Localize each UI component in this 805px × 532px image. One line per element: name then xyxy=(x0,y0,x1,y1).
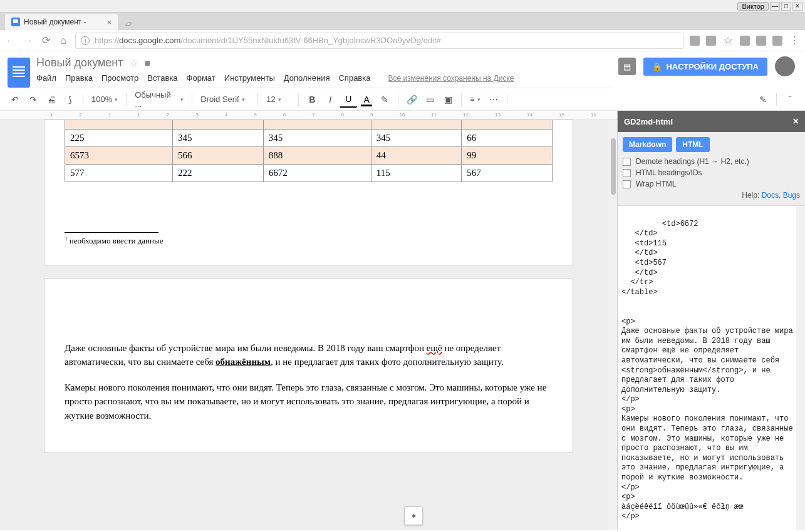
url-input[interactable]: i https://docs.google.com/document/d/1lJ… xyxy=(75,33,683,49)
new-tab-button[interactable]: ▱ xyxy=(123,18,134,29)
font-dropdown[interactable]: Droid Serif▾ xyxy=(197,91,253,108)
chrome-menu-icon[interactable]: ⋮ xyxy=(789,34,800,46)
work-area: 12112345678910111213141516 2253453453456… xyxy=(0,111,805,530)
url-prefix: https:// xyxy=(95,36,119,45)
document-viewport[interactable]: 12112345678910111213141516 2253453453456… xyxy=(0,111,617,530)
site-info-icon[interactable]: i xyxy=(81,36,90,45)
share-button[interactable]: 🔒 НАСТРОЙКИ ДОСТУПА xyxy=(643,58,767,76)
os-minimize-button[interactable]: — xyxy=(770,2,780,11)
docs-logo-icon[interactable] xyxy=(8,58,30,88)
folder-icon[interactable]: ■ xyxy=(145,58,151,69)
tab-title: Новый документ - xyxy=(24,18,86,26)
bold-icon[interactable]: B xyxy=(303,91,321,108)
comments-icon[interactable]: ▤ xyxy=(618,58,636,75)
os-user-badge: Виктор xyxy=(737,2,769,11)
menu-file[interactable]: Файл xyxy=(36,73,56,83)
bookmark-star-icon[interactable]: ☆ xyxy=(722,34,734,46)
os-maximize-button[interactable]: □ xyxy=(781,2,791,11)
sidebar-title: GD2md-html xyxy=(624,117,673,126)
addon-sidebar: GD2md-html × Markdown HTML Demote headin… xyxy=(617,111,805,530)
reload-icon[interactable]: ⟳ xyxy=(40,34,51,46)
os-title-bar: Виктор — □ × xyxy=(0,0,805,13)
share-label: НАСТРОЙКИ ДОСТУПА xyxy=(666,62,759,71)
image-icon[interactable]: ▣ xyxy=(439,91,457,108)
menu-edit[interactable]: Правка xyxy=(65,73,93,83)
output-textarea[interactable]: <td>6672 </td> <td>115 </td> <td>567 </t… xyxy=(618,205,805,530)
footnote: 1 необходимо ввести данные xyxy=(65,235,553,246)
paint-format-icon[interactable]: ⟆ xyxy=(61,91,78,108)
checkbox-label: Wrap HTML xyxy=(636,180,676,188)
undo-icon[interactable]: ↶ xyxy=(6,91,24,108)
help-bugs-link[interactable]: Bugs xyxy=(783,191,800,200)
spellcheck-word[interactable]: обнажённым xyxy=(216,357,271,367)
checkbox-headings[interactable] xyxy=(623,169,631,177)
explore-button[interactable]: ✦ xyxy=(404,506,423,525)
footnote-marker: 1 xyxy=(65,235,68,242)
extension-icon[interactable] xyxy=(690,36,700,46)
menu-help[interactable]: Справка xyxy=(338,73,370,83)
horizontal-ruler[interactable]: 12112345678910111213141516 xyxy=(0,111,617,120)
text-color-icon[interactable]: A xyxy=(358,91,375,108)
avatar[interactable] xyxy=(775,56,795,76)
align-dropdown[interactable]: ≡▾ xyxy=(466,91,484,108)
markdown-button[interactable]: Markdown xyxy=(623,137,672,152)
spellcheck-word[interactable]: ещё xyxy=(427,343,442,353)
close-icon[interactable]: × xyxy=(793,116,799,127)
extension-icon[interactable] xyxy=(772,36,782,46)
tab-close-icon[interactable]: × xyxy=(106,18,112,27)
extension-icon[interactable] xyxy=(740,36,750,46)
forward-icon[interactable]: → xyxy=(23,35,34,46)
checkbox-label: HTML headings/IDs xyxy=(636,168,702,177)
chevron-up-icon[interactable]: ˆ xyxy=(781,91,799,108)
menu-bar: Файл Правка Просмотр Вставка Формат Инст… xyxy=(36,69,612,88)
sidebar-title-bar: GD2md-html × xyxy=(618,111,805,132)
body-paragraph: Камеры нового поколения понимают, что он… xyxy=(65,381,553,423)
lock-icon: 🔒 xyxy=(652,62,662,71)
url-host: docs.google.com xyxy=(119,36,180,45)
vertical-scrollbar[interactable] xyxy=(796,206,805,530)
link-icon[interactable]: 🔗 xyxy=(403,91,420,108)
doc-title-input[interactable]: Новый документ xyxy=(36,56,123,69)
menu-addons[interactable]: Дополнения xyxy=(284,73,330,83)
url-path: /document/d/1lJY55nxNlukfu63fV-66HBn_Ygb… xyxy=(180,36,441,45)
menu-view[interactable]: Просмотр xyxy=(101,73,138,83)
redo-icon[interactable]: ↷ xyxy=(24,91,42,108)
menu-insert[interactable]: Вставка xyxy=(147,73,177,83)
menu-format[interactable]: Формат xyxy=(187,73,216,83)
doc-table[interactable]: 22534534534566 65735668884499 5772226672… xyxy=(65,120,553,182)
fontsize-dropdown[interactable]: 12▾ xyxy=(262,91,294,108)
highlight-icon[interactable]: ✎ xyxy=(376,91,393,108)
extension-icon[interactable] xyxy=(756,36,766,46)
help-docs-link[interactable]: Docs xyxy=(762,191,779,200)
browser-tab[interactable]: Новый документ - × xyxy=(5,14,118,30)
help-label: Help: xyxy=(742,191,759,200)
italic-icon[interactable]: I xyxy=(321,91,339,108)
table-row: 65735668884499 xyxy=(65,146,553,164)
extension-icon[interactable] xyxy=(706,36,716,46)
underline-icon[interactable]: U xyxy=(340,91,357,108)
checkbox-wrap[interactable] xyxy=(623,180,631,188)
browser-toolbar: ← → ⟳ ⌂ i https://docs.google.com/docume… xyxy=(0,30,805,51)
formatting-toolbar: ↶ ↷ 🖨 ⟆ 100%▾ Обычный ...▾ Droid Serif▾ … xyxy=(0,88,805,111)
scrollbar-thumb[interactable] xyxy=(611,138,616,195)
menu-tools[interactable]: Инструменты xyxy=(224,73,275,83)
style-dropdown[interactable]: Обычный ...▾ xyxy=(131,91,187,108)
back-icon[interactable]: ← xyxy=(5,35,16,46)
page-1[interactable]: 22534534534566 65735668884499 5772226672… xyxy=(44,120,573,265)
home-icon[interactable]: ⌂ xyxy=(58,35,69,46)
os-close-button[interactable]: × xyxy=(792,2,802,11)
changes-saved-link[interactable]: Все изменения сохранены на Диске xyxy=(388,74,514,83)
footnote-separator xyxy=(65,232,158,233)
browser-tab-row: Новый документ - × ▱ xyxy=(0,13,805,30)
star-icon[interactable]: ☆ xyxy=(130,57,138,69)
page-2[interactable]: Даже основные факты об устройстве мира и… xyxy=(44,278,573,454)
comment-icon[interactable]: ▭ xyxy=(421,91,439,108)
table-row: 5772226672115567 xyxy=(65,164,553,182)
zoom-dropdown[interactable]: 100%▾ xyxy=(88,91,122,108)
vertical-scrollbar[interactable] xyxy=(608,120,617,530)
html-button[interactable]: HTML xyxy=(676,137,709,152)
print-icon[interactable]: 🖨 xyxy=(43,91,60,108)
checkbox-demote[interactable] xyxy=(623,158,631,166)
editing-mode-icon[interactable]: ✎ xyxy=(754,91,772,108)
more-icon[interactable]: ⋯ xyxy=(485,91,502,108)
